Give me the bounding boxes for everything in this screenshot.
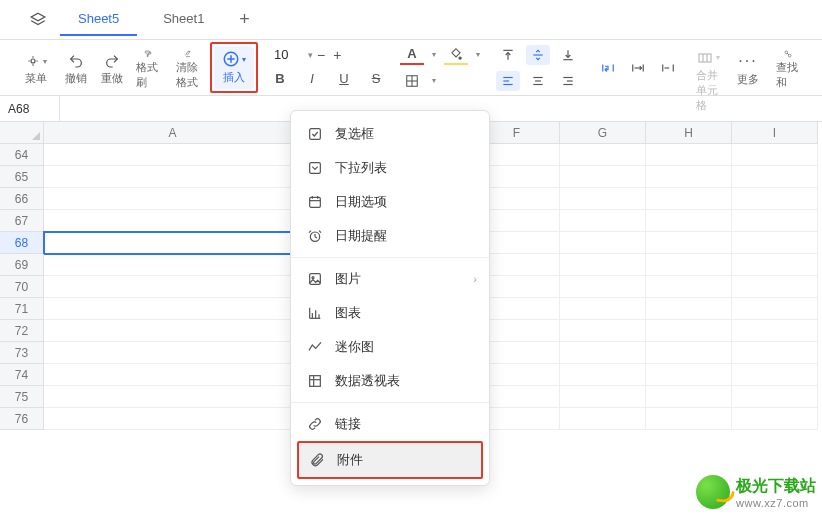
tab-sheet1[interactable]: Sheet1: [145, 3, 222, 36]
insert-datereminder-item[interactable]: 日期提醒: [291, 219, 489, 253]
row-header[interactable]: 64: [0, 144, 44, 166]
bold-button[interactable]: B: [268, 69, 292, 89]
cell[interactable]: [560, 276, 646, 298]
merge-cells-button[interactable]: ▾ 合并单元格: [690, 46, 726, 94]
cell[interactable]: [560, 298, 646, 320]
font-color-button[interactable]: A: [400, 45, 424, 65]
row-header[interactable]: 66: [0, 188, 44, 210]
wrap-text-button[interactable]: [596, 58, 620, 78]
cell[interactable]: [646, 320, 732, 342]
cell[interactable]: [732, 210, 818, 232]
insert-sparkline-item[interactable]: 迷你图: [291, 330, 489, 364]
cell[interactable]: [732, 276, 818, 298]
text-clip-button[interactable]: [656, 58, 680, 78]
cell[interactable]: [44, 342, 302, 364]
cell[interactable]: [732, 386, 818, 408]
cell[interactable]: [646, 232, 732, 254]
cell[interactable]: [44, 364, 302, 386]
cell[interactable]: [732, 364, 818, 386]
insert-button[interactable]: ▾ 插入: [214, 46, 254, 89]
cell[interactable]: [560, 408, 646, 430]
insert-chart-item[interactable]: 图表: [291, 296, 489, 330]
col-header[interactable]: I: [732, 122, 818, 144]
cell[interactable]: [646, 364, 732, 386]
cell[interactable]: [44, 408, 302, 430]
row-header[interactable]: 76: [0, 408, 44, 430]
cell[interactable]: [560, 232, 646, 254]
cell[interactable]: [44, 298, 302, 320]
cell[interactable]: [646, 254, 732, 276]
cell[interactable]: [732, 320, 818, 342]
cell[interactable]: [732, 408, 818, 430]
cell[interactable]: [646, 342, 732, 364]
cell[interactable]: [646, 210, 732, 232]
valign-middle-button[interactable]: [526, 45, 550, 65]
cell[interactable]: [732, 298, 818, 320]
italic-button[interactable]: I: [300, 69, 324, 89]
row-header[interactable]: 70: [0, 276, 44, 298]
cell[interactable]: [44, 210, 302, 232]
cell[interactable]: [44, 276, 302, 298]
cell[interactable]: [560, 386, 646, 408]
cell[interactable]: [560, 364, 646, 386]
cell[interactable]: [732, 188, 818, 210]
add-sheet-button[interactable]: +: [230, 6, 258, 34]
col-header[interactable]: G: [560, 122, 646, 144]
cell[interactable]: [44, 254, 302, 276]
insert-link-item[interactable]: 链接: [291, 407, 489, 441]
cell[interactable]: [44, 144, 302, 166]
cell[interactable]: [560, 188, 646, 210]
font-size-control[interactable]: ▾ − +: [274, 47, 388, 63]
tab-sheet5[interactable]: Sheet5: [60, 3, 137, 36]
menu-button[interactable]: ▾ 菜单: [18, 46, 54, 94]
insert-attachment-item[interactable]: 附件: [299, 443, 481, 477]
cell[interactable]: [44, 386, 302, 408]
cell[interactable]: [44, 188, 302, 210]
find-button[interactable]: 查找和: [770, 46, 806, 94]
valign-top-button[interactable]: [496, 45, 520, 65]
row-header[interactable]: 72: [0, 320, 44, 342]
strike-button[interactable]: S: [364, 69, 388, 89]
clear-format-button[interactable]: 清除格式: [170, 46, 206, 94]
col-header[interactable]: A: [44, 122, 302, 144]
halign-right-button[interactable]: [556, 71, 580, 91]
row-header[interactable]: 73: [0, 342, 44, 364]
cell[interactable]: [646, 188, 732, 210]
insert-dropdownlist-item[interactable]: 下拉列表: [291, 151, 489, 185]
more-button[interactable]: ··· 更多: [730, 46, 766, 94]
cell[interactable]: [560, 342, 646, 364]
row-header[interactable]: 68: [0, 232, 44, 254]
halign-left-button[interactable]: [496, 71, 520, 91]
layers-icon[interactable]: [24, 6, 52, 34]
halign-center-button[interactable]: [526, 71, 550, 91]
font-size-minus-icon[interactable]: −: [313, 47, 329, 63]
cell[interactable]: [646, 166, 732, 188]
cell[interactable]: [646, 408, 732, 430]
row-header[interactable]: 75: [0, 386, 44, 408]
cell[interactable]: [732, 342, 818, 364]
name-box[interactable]: A68: [0, 96, 60, 121]
select-all-corner[interactable]: [0, 122, 44, 144]
font-size-input[interactable]: [274, 47, 306, 62]
text-overflow-button[interactable]: [626, 58, 650, 78]
cell[interactable]: [560, 144, 646, 166]
cell[interactable]: [560, 320, 646, 342]
cell[interactable]: [646, 144, 732, 166]
row-header[interactable]: 67: [0, 210, 44, 232]
fill-color-button[interactable]: [444, 45, 468, 65]
cell[interactable]: [44, 320, 302, 342]
redo-button[interactable]: 重做: [94, 46, 130, 94]
cell[interactable]: [732, 232, 818, 254]
cell[interactable]: [560, 166, 646, 188]
undo-button[interactable]: 撤销: [58, 46, 94, 94]
valign-bottom-button[interactable]: [556, 45, 580, 65]
underline-button[interactable]: U: [332, 69, 356, 89]
insert-pivot-item[interactable]: 数据透视表: [291, 364, 489, 398]
insert-image-item[interactable]: 图片 ›: [291, 262, 489, 296]
row-header[interactable]: 71: [0, 298, 44, 320]
row-header[interactable]: 65: [0, 166, 44, 188]
cell[interactable]: [646, 276, 732, 298]
col-header[interactable]: H: [646, 122, 732, 144]
border-button[interactable]: [400, 71, 424, 91]
cell[interactable]: [560, 210, 646, 232]
